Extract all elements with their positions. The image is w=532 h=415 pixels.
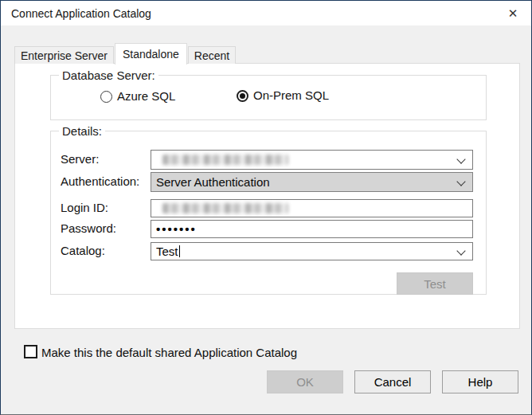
cancel-button-label: Cancel bbox=[374, 375, 412, 389]
catalog-value: Test bbox=[156, 245, 178, 258]
radio-on-prem-sql[interactable]: On-Prem SQL bbox=[237, 89, 329, 102]
default-catalog-checkbox[interactable] bbox=[24, 345, 37, 358]
password-masked-value: ••••••• bbox=[156, 222, 197, 236]
test-button-label: Test bbox=[424, 277, 446, 291]
tab-label: Standalone bbox=[123, 48, 179, 61]
server-combobox[interactable] bbox=[151, 150, 473, 170]
login-id-value-redacted bbox=[162, 203, 288, 213]
radio-button-icon bbox=[100, 91, 112, 103]
close-icon: ✕ bbox=[508, 6, 518, 21]
authentication-dropdown[interactable]: Server Authentication bbox=[151, 172, 473, 192]
default-catalog-checkbox-label: Make this the default shared Application… bbox=[41, 346, 297, 359]
help-button[interactable]: Help bbox=[442, 370, 518, 393]
chevron-down-icon[interactable] bbox=[458, 248, 465, 255]
authentication-label: Authentication: bbox=[61, 174, 139, 188]
radio-on-prem-sql-label: On-Prem SQL bbox=[253, 89, 329, 102]
catalog-label: Catalog: bbox=[61, 244, 105, 257]
radio-azure-sql-label: Azure SQL bbox=[117, 90, 175, 103]
radio-azure-sql[interactable]: Azure SQL bbox=[100, 90, 175, 103]
close-button[interactable]: ✕ bbox=[495, 1, 531, 25]
tab-strip: Enterprise Server Standalone Recent bbox=[14, 42, 237, 64]
tab-enterprise-server[interactable]: Enterprise Server bbox=[14, 46, 114, 64]
chevron-down-icon[interactable] bbox=[458, 156, 465, 163]
login-id-input[interactable] bbox=[151, 199, 473, 217]
details-legend: Details: bbox=[59, 124, 105, 138]
server-value-redacted bbox=[162, 155, 288, 165]
database-server-legend: Database Server: bbox=[59, 69, 158, 82]
tab-standalone[interactable]: Standalone bbox=[115, 43, 187, 65]
dialog-title: Connect Application Catalog bbox=[1, 7, 151, 20]
tab-label: Recent bbox=[194, 49, 229, 62]
authentication-value: Server Authentication bbox=[156, 175, 270, 189]
cancel-button[interactable]: Cancel bbox=[354, 370, 431, 393]
titlebar: Connect Application Catalog bbox=[1, 1, 531, 25]
text-caret bbox=[179, 245, 180, 257]
server-label: Server: bbox=[61, 152, 99, 166]
help-button-label: Help bbox=[468, 375, 493, 389]
test-button[interactable]: Test bbox=[397, 272, 473, 295]
password-input[interactable]: ••••••• bbox=[151, 220, 473, 238]
tab-recent[interactable]: Recent bbox=[188, 46, 236, 64]
chevron-down-icon[interactable] bbox=[458, 178, 465, 186]
radio-button-selected-icon bbox=[237, 90, 248, 102]
tab-label: Enterprise Server bbox=[21, 49, 108, 62]
password-label: Password: bbox=[61, 221, 116, 235]
login-id-label: Login ID: bbox=[61, 201, 108, 214]
catalog-combobox[interactable]: Test bbox=[151, 242, 473, 260]
connect-application-catalog-dialog: Connect Application Catalog ✕ Enterprise… bbox=[0, 0, 532, 415]
ok-button[interactable]: OK bbox=[267, 370, 343, 393]
ok-button-label: OK bbox=[296, 375, 314, 389]
